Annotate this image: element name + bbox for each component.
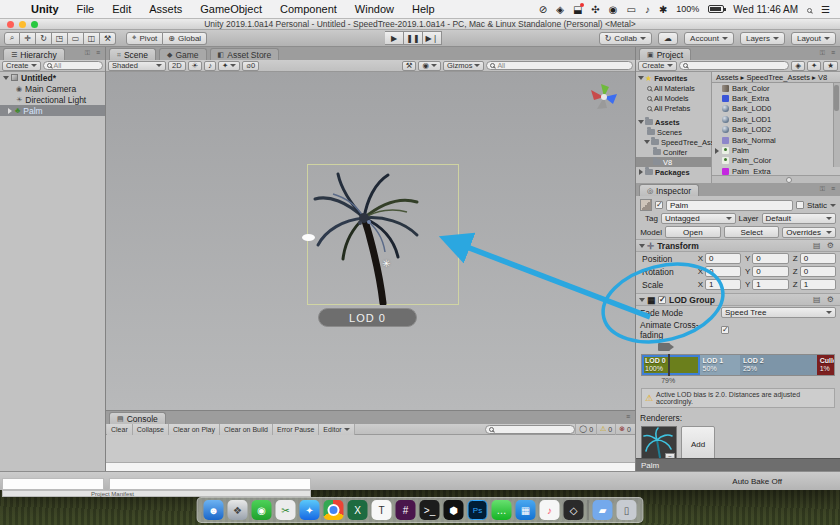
asset-bark-lod1[interactable]: Bark_LOD1 [712,114,840,124]
overrides-dropdown[interactable]: Overrides [782,227,836,238]
position-y-field[interactable]: 0 [752,253,788,264]
fade-mode-dropdown[interactable]: Speed Tree [721,307,836,318]
foldout-icon[interactable] [639,244,645,248]
dock-cut-tool-icon[interactable]: ✂ [276,500,296,520]
tab-scene[interactable]: ⌗Scene [109,48,156,60]
auto-bake-status[interactable]: Auto Bake Off [732,477,782,486]
console-error-pause-toggle[interactable]: Error Pause [273,424,319,435]
asset-bark-normal[interactable]: Bark_Normal [712,135,840,145]
asset-bark-lod2[interactable]: Bark_LOD2 [712,125,840,135]
keychain-lock-icon[interactable]: ⊘ [539,4,547,15]
eye-icon[interactable]: ◉ [609,4,618,15]
asset-palm-model[interactable]: Palm [712,145,840,155]
project-search-input[interactable] [679,61,790,70]
tab-asset-store[interactable]: ◧Asset Store [210,48,280,60]
dock-finder-icon[interactable]: ☻ [204,500,224,520]
background-window[interactable]: Project Manifest [0,478,312,497]
dock-safari-icon[interactable]: ✦ [300,500,320,520]
menu-component[interactable]: Component [280,3,337,15]
lod-bar[interactable]: LOD 0100% LOD 150% LOD 225% Culled1% 79% [641,354,835,376]
console-clear-on-play-toggle[interactable]: Clear on Play [169,424,220,435]
layer-dropdown[interactable]: Default [762,213,837,224]
foldout-icon[interactable] [8,108,12,114]
dock-messages-icon[interactable]: … [492,500,512,520]
scale-tool-button[interactable]: ◳ [52,32,68,45]
menu-help[interactable]: Help [412,3,435,15]
asset-bark-extra[interactable]: Bark_Extra [712,93,840,103]
sun-gizmo-icon[interactable]: ✳ [382,258,390,269]
lod2-segment[interactable]: LOD 225% [740,355,817,375]
2d-toggle[interactable]: 2D [168,61,186,71]
static-checkbox[interactable] [796,201,804,209]
scene-effects-dropdown[interactable]: ✦ [218,61,240,71]
asset-bark-lod0[interactable]: Bark_LOD0 [712,104,840,114]
scene-visibility-toggle[interactable]: ⌀0 [242,61,259,71]
gameobject-name-field[interactable]: Palm [666,200,793,211]
volume-icon[interactable]: ♪ [645,4,650,15]
asset-bark-color[interactable]: Bark_Color [712,83,840,93]
scene-search-input[interactable]: All [486,61,633,70]
gizmos-dropdown[interactable]: Gizmos [443,61,484,71]
remove-renderer-button[interactable]: − [665,453,675,458]
rect-tool-button[interactable]: ▭ [68,32,84,45]
menu-unity[interactable]: Unity [31,3,59,15]
pause-button[interactable]: ❚❚ [404,31,423,45]
scale-z-field[interactable]: 1 [800,279,836,290]
hierarchy-scene-row[interactable]: Untitled* [0,72,105,83]
rotation-z-field[interactable]: 0 [800,266,836,277]
lod-camera-icon[interactable] [658,343,670,351]
lod0-segment[interactable]: LOD 0100% [642,355,700,375]
asset-palm-extra[interactable]: Palm_Extra [712,166,840,175]
culled-segment[interactable]: Culled1% [817,355,834,375]
panel-menu-icon[interactable]: ≡ [626,413,632,420]
favorite-all-prefabs[interactable]: All Prefabs [636,103,711,113]
console-clear-on-build-toggle[interactable]: Clear on Build [220,424,273,435]
shading-mode-dropdown[interactable]: Shaded [108,61,166,71]
move-tool-button[interactable]: ✛ [20,32,36,45]
screen-record-icon[interactable]: ⬓ [573,4,582,15]
position-z-field[interactable]: 0 [800,253,836,264]
spotlight-icon[interactable] [807,4,812,15]
search-by-label-button[interactable]: ✦ [807,61,821,71]
project-breadcrumb[interactable]: Assets ▸ SpeedTree_Assets ▸ V8 [712,72,840,83]
favorites-star-button[interactable]: ★ [823,61,838,71]
tab-hierarchy[interactable]: ☰Hierarchy [3,48,65,60]
active-checkbox[interactable] [655,201,663,209]
tab-project[interactable]: ▣Project [639,48,691,60]
dock-slack-icon[interactable]: # [396,500,416,520]
hierarchy-item-directional-light[interactable]: ☀ Directional Light [0,94,105,105]
folder-scenes[interactable]: Scenes [636,127,711,137]
dock-terminal-icon[interactable]: >_ [420,500,440,520]
tab-console[interactable]: ▤Console [109,412,166,424]
scene-camera-dropdown[interactable]: ◉ [418,61,441,71]
cloud-button[interactable]: ☁ [658,32,678,45]
dock-launchpad-icon[interactable]: ❖ [228,500,248,520]
dock-textedit-icon[interactable]: T [372,500,392,520]
dock-music-icon[interactable]: ♪ [540,500,560,520]
pivot-toggle[interactable]: ⌖Pivot [126,32,163,45]
scene-orientation-gizmo[interactable] [587,80,621,114]
menubar-clock[interactable]: Wed 11:46 AM [733,4,798,15]
scene-audio-toggle[interactable]: ♪ [204,61,216,71]
asset-palm-color[interactable]: Palm_Color [712,156,840,166]
step-button[interactable]: ▶❘ [423,31,442,45]
dock-trash-icon[interactable]: ▯ [617,500,637,520]
dock-keynote-icon[interactable]: ▦ [516,500,536,520]
asset-zoom-slider[interactable] [712,175,840,183]
tab-game[interactable]: ◆Game [159,48,207,60]
console-log-area[interactable] [106,435,635,462]
dock-excel-icon[interactable]: X [348,500,368,520]
favorite-all-materials[interactable]: All Materials [636,83,711,93]
lodgroup-component-header[interactable]: ▦ LOD Group ▤ ⚙ [636,293,840,306]
dock-chrome-icon[interactable] [324,500,344,520]
wifi-icon[interactable]: ✱ [659,4,667,15]
custom-tool-button[interactable]: ⚒ [100,32,116,45]
hierarchy-item-palm[interactable]: ♣ Palm [0,105,105,116]
dock-github-icon[interactable]: ⬢ [444,500,464,520]
renderer-thumbnail[interactable]: − [641,426,677,458]
position-x-field[interactable]: 0 [705,253,741,264]
add-renderer-button[interactable]: Add [681,426,715,458]
model-open-button[interactable]: Open [665,226,721,238]
notification-center-icon[interactable]: ☰ [821,4,830,15]
tab-inspector[interactable]: ◎Inspector [639,184,699,196]
